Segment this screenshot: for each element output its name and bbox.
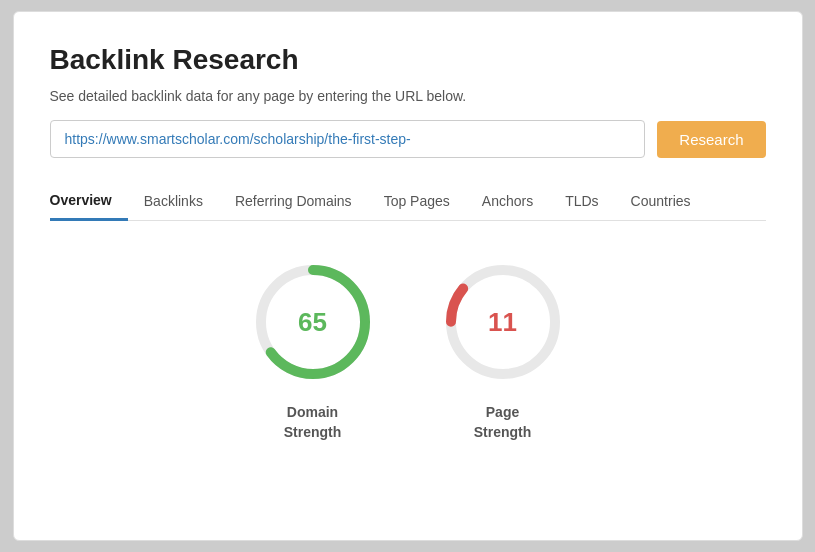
page-strength-label: PageStrength (474, 403, 532, 442)
subtitle: See detailed backlink data for any page … (50, 88, 766, 104)
domain-strength-donut: 65 (248, 257, 378, 387)
tab-top-pages[interactable]: Top Pages (368, 183, 466, 219)
page-strength-donut: 11 (438, 257, 568, 387)
tab-tlds[interactable]: TLDs (549, 183, 614, 219)
research-button[interactable]: Research (657, 121, 765, 158)
page-title: Backlink Research (50, 44, 766, 76)
domain-strength-label: DomainStrength (284, 403, 342, 442)
domain-strength-value: 65 (298, 307, 327, 338)
tab-backlinks[interactable]: Backlinks (128, 183, 219, 219)
tab-anchors[interactable]: Anchors (466, 183, 549, 219)
main-card: Backlink Research See detailed backlink … (13, 11, 803, 541)
url-input[interactable] (50, 120, 646, 158)
page-strength-metric: 11 PageStrength (438, 257, 568, 442)
domain-strength-metric: 65 DomainStrength (248, 257, 378, 442)
metrics-row: 65 DomainStrength 11 PageStrength (50, 257, 766, 442)
tab-countries[interactable]: Countries (615, 183, 707, 219)
tabs-nav: Overview Backlinks Referring Domains Top… (50, 182, 766, 221)
page-strength-value: 11 (488, 307, 517, 338)
search-row: Research (50, 120, 766, 158)
tab-referring-domains[interactable]: Referring Domains (219, 183, 368, 219)
tab-overview[interactable]: Overview (50, 182, 128, 221)
